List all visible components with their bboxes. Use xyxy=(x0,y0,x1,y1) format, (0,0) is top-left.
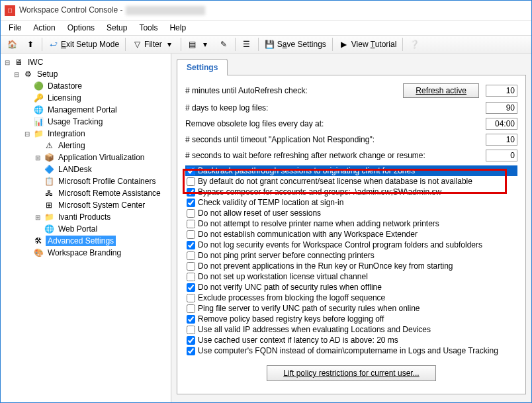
tree-node-label: Setup xyxy=(35,69,60,79)
tree-item[interactable]: 🌐Web Portal xyxy=(1,223,171,235)
setting-row[interactable]: Use cached user context if latency to AD… xyxy=(185,335,517,345)
param-removeat-label: Remove obsolete log files every day at: xyxy=(185,119,479,128)
setting-row[interactable]: Exclude processes from blocking the logo… xyxy=(185,292,517,303)
tree-item[interactable]: ⊟📁Integration xyxy=(1,128,171,140)
tree-item[interactable]: ⊞📦Application Virtualization xyxy=(1,152,171,163)
param-logdays-input[interactable] xyxy=(486,102,517,114)
tree-node-label: Microsoft System Center xyxy=(56,200,147,210)
setting-checkbox[interactable] xyxy=(187,209,195,218)
setting-label: Remove policy based registry keys before… xyxy=(198,314,384,324)
tree-item[interactable]: ⊞Microsoft System Center xyxy=(1,199,171,211)
tree-node-label: Microsoft Remote Assistance xyxy=(56,188,163,199)
refresh-active-button[interactable]: Refresh active xyxy=(403,83,479,98)
tree-item[interactable]: 🔷LANDesk xyxy=(1,163,171,175)
param-timeout-input[interactable] xyxy=(486,134,517,146)
window-title: Workspace Control Console - xyxy=(19,5,205,15)
list-button[interactable]: ☰ xyxy=(238,37,255,52)
expander-icon[interactable]: ⊟ xyxy=(13,71,21,78)
setting-row[interactable]: Remove policy based registry keys before… xyxy=(185,314,517,324)
setting-row[interactable]: Use all valid IP addresses when evaluati… xyxy=(185,324,517,335)
tree-node-label: Microsoft Profile Containers xyxy=(56,176,157,187)
tree-item[interactable]: 🔑Licensing xyxy=(1,92,171,104)
setting-row[interactable]: Do not allow reset of user sessions xyxy=(185,208,517,218)
setting-checkbox[interactable] xyxy=(187,304,195,313)
setting-checkbox[interactable] xyxy=(187,251,195,260)
exit-setup-button[interactable]: ⮐Exit Setup Mode xyxy=(45,37,122,52)
lift-policy-button[interactable]: Lift policy restrictions for current use… xyxy=(267,365,435,381)
tree-item[interactable]: 🖧Microsoft Remote Assistance xyxy=(1,187,171,199)
menu-action[interactable]: Action xyxy=(28,22,60,34)
param-netwait-label: # seconds to wait before refreshing afte… xyxy=(185,151,479,160)
up-button[interactable]: ⬆ xyxy=(22,37,39,52)
tree-item[interactable]: 🟢Datastore xyxy=(1,80,171,92)
new-button[interactable]: ▤▾ xyxy=(184,37,214,52)
tab-settings[interactable]: Settings xyxy=(177,59,228,75)
filter-button[interactable]: ▽Filter▾ xyxy=(128,37,178,52)
setting-row[interactable]: Do not attempt to resolve printer name w… xyxy=(185,218,517,229)
tree-item[interactable]: 🌐Management Portal xyxy=(1,104,171,116)
tree-item[interactable]: ⚠Alerting xyxy=(1,140,171,152)
menu-file[interactable]: File xyxy=(3,22,26,34)
setting-checkbox[interactable] xyxy=(187,283,195,292)
tree-node-label: Workspace Branding xyxy=(46,247,123,258)
param-autorefresh-input[interactable] xyxy=(486,85,517,97)
setting-row[interactable]: Use computer's FQDN instead of domain\co… xyxy=(185,345,517,356)
setting-row[interactable]: Do not ping print server before connecti… xyxy=(185,250,517,261)
expander-icon[interactable]: ⊞ xyxy=(34,214,42,221)
tree-node-label: Application Virtualization xyxy=(56,152,147,163)
param-removeat-input[interactable] xyxy=(486,118,517,130)
setting-checkbox[interactable] xyxy=(187,241,195,249)
setting-checkbox[interactable] xyxy=(187,326,195,334)
setting-checkbox[interactable] xyxy=(187,336,195,345)
tree-item[interactable]: 🛠Advanced Settings xyxy=(1,235,171,247)
setting-row[interactable]: Check validity of TEMP location at sign-… xyxy=(185,197,517,208)
setting-row[interactable]: Ping file server to verify UNC path of s… xyxy=(185,303,517,314)
setting-label: Do not allow reset of user sessions xyxy=(198,208,321,218)
tree-item[interactable]: 🎨Workspace Branding xyxy=(1,247,171,259)
menu-bar: File Action Options Setup Tools Help xyxy=(1,21,531,35)
setting-checkbox[interactable] xyxy=(187,347,195,355)
tree-item[interactable]: ⊞📁Ivanti Products xyxy=(1,211,171,223)
setting-row[interactable]: Do not verify UNC path of security rules… xyxy=(185,282,517,292)
setting-row[interactable]: Do not establish communication with any … xyxy=(185,229,517,240)
setting-checkbox[interactable] xyxy=(187,188,195,197)
tutorial-button[interactable]: ▶View Tutorial xyxy=(335,37,400,52)
menu-options[interactable]: Options xyxy=(62,22,100,34)
setting-row[interactable]: Backtrack passthrough sessions to origin… xyxy=(185,165,517,176)
setting-checkbox[interactable] xyxy=(187,220,195,228)
setting-checkbox[interactable] xyxy=(187,294,195,302)
expander-icon[interactable]: ⊞ xyxy=(34,154,42,161)
setting-row[interactable]: Do not prevent applications in the Run k… xyxy=(185,261,517,271)
setting-label: Use cached user context if latency to AD… xyxy=(198,335,398,345)
tree-item[interactable]: 📊Usage Tracking xyxy=(1,116,171,128)
setting-row[interactable]: Do not set up workstation license virtua… xyxy=(185,271,517,282)
menu-setup[interactable]: Setup xyxy=(101,22,132,34)
setting-row[interactable]: Do not log security events for Workspace… xyxy=(185,240,517,250)
param-netwait-input[interactable] xyxy=(486,150,517,161)
setting-checkbox[interactable] xyxy=(187,273,195,281)
setting-checkbox[interactable] xyxy=(187,199,195,207)
expander-icon[interactable]: ⊟ xyxy=(3,59,11,66)
setting-checkbox[interactable] xyxy=(187,177,195,186)
tree-node-label: IWC xyxy=(26,57,45,67)
setting-row[interactable]: Bypass composer for accounts and groups:… xyxy=(185,187,517,197)
tree-item[interactable]: ⊟🖥IWC xyxy=(1,56,171,68)
tree-node-icon: 🟢 xyxy=(33,81,44,91)
help-button[interactable]: ❔ xyxy=(406,37,423,52)
tree-node-label: Datastore xyxy=(46,81,84,91)
menu-tools[interactable]: Tools xyxy=(134,22,163,34)
menu-help[interactable]: Help xyxy=(164,22,191,34)
home-button[interactable]: 🏠 xyxy=(3,37,21,52)
setting-row[interactable]: By default do not grant concurrent/seat … xyxy=(185,176,517,187)
setting-checkbox[interactable] xyxy=(187,315,195,324)
expander-icon[interactable]: ⊟ xyxy=(23,130,31,138)
tree-item[interactable]: ⊟⚙Setup xyxy=(1,68,171,80)
setting-checkbox[interactable] xyxy=(187,230,195,239)
tree-item[interactable]: 📋Microsoft Profile Containers xyxy=(1,175,171,187)
navigation-tree[interactable]: ⊟🖥IWC⊟⚙Setup🟢Datastore🔑Licensing🌐Managem… xyxy=(1,54,171,402)
edit-button[interactable]: ✎ xyxy=(215,37,232,52)
setting-checkbox[interactable] xyxy=(187,167,195,175)
tree-node-label: Advanced Settings xyxy=(46,236,116,246)
setting-checkbox[interactable] xyxy=(187,262,195,271)
save-settings-button[interactable]: 💾Save Settings xyxy=(261,37,330,52)
